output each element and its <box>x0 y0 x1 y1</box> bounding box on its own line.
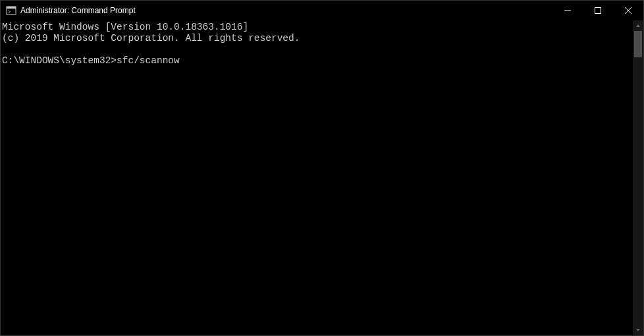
typed-command: sfc/scannow <box>117 55 180 66</box>
svg-rect-4 <box>595 8 601 14</box>
vertical-scrollbar[interactable] <box>633 20 643 335</box>
titlebar[interactable]: >_ Administrator: Command Prompt <box>1 1 643 20</box>
terminal-output[interactable]: Microsoft Windows [Version 10.0.18363.10… <box>1 20 633 335</box>
content-area: Microsoft Windows [Version 10.0.18363.10… <box>1 20 643 335</box>
svg-rect-1 <box>7 7 16 9</box>
close-button[interactable] <box>613 1 643 20</box>
svg-text:>_: >_ <box>8 9 14 14</box>
prompt-text: C:\WINDOWS\system32> <box>2 55 117 66</box>
command-prompt-window: >_ Administrator: Command Prompt Microso… <box>0 0 644 336</box>
maximize-button[interactable] <box>583 1 613 20</box>
window-title: Administrator: Command Prompt <box>20 6 136 15</box>
scroll-up-arrow[interactable] <box>633 20 643 31</box>
scroll-thumb[interactable] <box>634 31 642 57</box>
minimize-button[interactable] <box>552 1 583 20</box>
copyright-line: (c) 2019 Microsoft Corporation. All righ… <box>2 33 300 43</box>
version-line: Microsoft Windows [Version 10.0.18363.10… <box>2 22 248 32</box>
scroll-down-arrow[interactable] <box>633 325 643 335</box>
svg-marker-7 <box>636 24 640 27</box>
app-icon: >_ <box>6 5 16 16</box>
svg-marker-8 <box>636 329 640 331</box>
